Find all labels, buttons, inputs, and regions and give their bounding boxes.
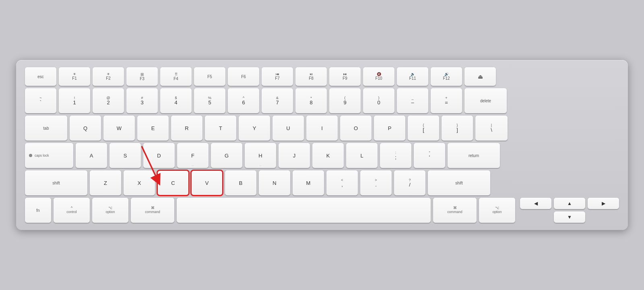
key-semicolon[interactable]: : ; (380, 143, 411, 168)
key-f1[interactable]: ☀ F1 (59, 67, 90, 86)
key-equal[interactable]: + = (431, 88, 462, 113)
key-caps-lock[interactable]: caps lock (25, 143, 73, 168)
key-f12[interactable]: 🔊 F12 (431, 67, 462, 86)
key-h[interactable]: H _ (245, 143, 276, 168)
key-quote[interactable]: " ' (414, 143, 445, 168)
key-arrow-down[interactable]: ▼ (554, 211, 585, 223)
key-f11[interactable]: 🔉 F11 (397, 67, 428, 86)
key-9[interactable]: ( 9 (329, 88, 361, 113)
key-j[interactable]: J (279, 143, 310, 168)
key-delete[interactable]: delete (464, 88, 507, 113)
key-i[interactable]: I (306, 116, 338, 141)
key-arrow-right[interactable]: ▶ (588, 198, 619, 209)
keyboard-wrapper: esc ☀ F1 ☀ F2 ⊞ F3 ⠿ F4 F5 F6 (16, 60, 628, 230)
key-option-left[interactable]: ⌥ option (92, 198, 128, 223)
key-n[interactable]: N (259, 170, 290, 195)
key-m[interactable]: M (293, 170, 324, 195)
key-d[interactable]: D (143, 143, 175, 168)
asdf-row: caps lock A S D F _ G H _ J (25, 143, 619, 168)
key-minus[interactable]: _ – (397, 88, 428, 113)
key-5[interactable]: % 5 (194, 88, 225, 113)
key-s[interactable]: S (109, 143, 141, 168)
key-rbracket[interactable]: } ] (442, 116, 473, 141)
key-f2[interactable]: ☀ F2 (93, 67, 124, 86)
key-fn[interactable]: fn (25, 198, 51, 223)
key-u[interactable]: U (272, 116, 304, 141)
key-c[interactable]: C (157, 170, 189, 195)
key-esc[interactable]: esc (25, 67, 56, 86)
key-7[interactable]: & 7 (262, 88, 293, 113)
key-f5[interactable]: F5 (194, 67, 225, 86)
key-tab[interactable]: tab (25, 116, 67, 141)
key-f8[interactable]: ⏯ F8 (295, 67, 327, 86)
qwerty-row: tab Q W E R T Y U I (25, 116, 619, 141)
key-t[interactable]: T (205, 116, 236, 141)
key-eject[interactable]: ⏏ (464, 67, 496, 86)
key-lbracket[interactable]: { [ (408, 116, 439, 141)
key-8[interactable]: * 8 (295, 88, 327, 113)
key-return[interactable]: return (448, 143, 500, 168)
key-q[interactable]: Q (70, 116, 101, 141)
key-pipe[interactable]: | \ (475, 116, 508, 141)
key-tilde[interactable]: ~ ` (25, 88, 56, 113)
key-o[interactable]: O (340, 116, 372, 141)
key-f[interactable]: F _ (177, 143, 208, 168)
fn-row: esc ☀ F1 ☀ F2 ⊞ F3 ⠿ F4 F5 F6 (25, 67, 619, 86)
key-b[interactable]: B (225, 170, 256, 195)
key-g[interactable]: G (211, 143, 242, 168)
caps-lock-indicator (29, 154, 32, 157)
key-option-right[interactable]: ⌥ option (479, 198, 515, 223)
key-shift-right[interactable]: shift (428, 170, 490, 195)
key-f3[interactable]: ⊞ F3 (126, 67, 158, 86)
key-k[interactable]: K (312, 143, 344, 168)
key-space[interactable] (177, 198, 431, 223)
key-e[interactable]: E (137, 116, 169, 141)
key-l[interactable]: L (346, 143, 378, 168)
key-control[interactable]: ^ control (54, 198, 90, 223)
key-v[interactable]: V (191, 170, 223, 195)
bottom-row: fn ^ control ⌥ option ⌘ command ⌘ comman… (25, 198, 619, 223)
key-x[interactable]: X (124, 170, 155, 195)
key-2[interactable]: @ 2 (93, 88, 124, 113)
key-command-left[interactable]: ⌘ command (131, 198, 174, 223)
key-arrow-left[interactable]: ◀ (520, 198, 551, 209)
keyboard: esc ☀ F1 ☀ F2 ⊞ F3 ⠿ F4 F5 F6 (16, 60, 628, 230)
key-6[interactable]: ^ 6 (228, 88, 259, 113)
key-3[interactable]: # 3 (126, 88, 158, 113)
key-f4[interactable]: ⠿ F4 (160, 67, 192, 86)
key-y[interactable]: Y (239, 116, 270, 141)
key-p[interactable]: P (374, 116, 405, 141)
key-a[interactable]: A (76, 143, 107, 168)
key-arrow-up[interactable]: ▲ (554, 198, 585, 209)
key-r[interactable]: R (171, 116, 202, 141)
key-1[interactable]: ! 1 (59, 88, 90, 113)
key-f10[interactable]: 🔇 F10 (363, 67, 394, 86)
key-z[interactable]: Z (90, 170, 121, 195)
key-shift-left[interactable]: shift (25, 170, 87, 195)
key-slash[interactable]: ? / (394, 170, 425, 195)
key-4[interactable]: $ 4 (160, 88, 192, 113)
zxcv-row: shift Z X C V B N M < (25, 170, 619, 195)
number-row: ~ ` ! 1 @ 2 # 3 $ 4 % 5 (25, 88, 619, 113)
key-command-right[interactable]: ⌘ command (433, 198, 477, 223)
key-0[interactable]: ) 0 (363, 88, 394, 113)
key-w[interactable]: W (103, 116, 135, 141)
key-f9[interactable]: ⏭ F9 (329, 67, 361, 86)
key-period[interactable]: > . (360, 170, 392, 195)
key-comma[interactable]: < , (326, 170, 358, 195)
key-f7[interactable]: ⏮ F7 (262, 67, 293, 86)
key-f6[interactable]: F6 (228, 67, 259, 86)
arrow-cluster: ◀ ▲ ▼ ▶ (520, 198, 619, 223)
